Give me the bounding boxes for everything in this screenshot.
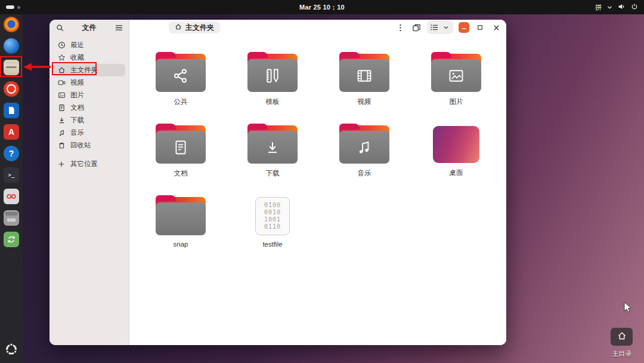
folder-icon — [431, 54, 481, 92]
home-icon — [175, 23, 182, 32]
file-item-music[interactable]: 音乐 — [318, 124, 410, 195]
letter-a-label: A — [8, 127, 14, 137]
view-toggle-group — [427, 21, 453, 34]
file-grid-area: 公共 模板 — [129, 34, 506, 345]
backup-app-icon[interactable] — [4, 232, 19, 247]
sidebar-item-label: 图片 — [70, 91, 84, 100]
system-tray[interactable]: 拼 — [595, 3, 638, 12]
sidebar-item-label: 下载 — [70, 116, 84, 125]
desktop-home-label: 主目录 — [603, 349, 640, 358]
file-item-documents[interactable]: 文档 — [135, 124, 227, 195]
sidebar-item-label: 收藏 — [70, 53, 84, 62]
desktop-home-shortcut[interactable] — [611, 328, 633, 346]
thunderbird-icon[interactable] — [4, 38, 19, 54]
file-item-testfile[interactable]: 0100 0010 1001 0110 testfile — [227, 195, 318, 267]
sidebar-item-documents[interactable]: 文档 — [53, 101, 125, 114]
home-icon — [617, 331, 627, 343]
desktop: { "topbar": { "clock": "Mar 25 10：10", "… — [0, 0, 644, 363]
minimize-button[interactable] — [459, 22, 469, 33]
files-window: 文件 最近 收藏 主文件夹 视频 图片 — [49, 20, 506, 345]
annotation-arrow — [23, 61, 51, 75]
annotation-box-sidebar-home — [52, 62, 97, 75]
terminal-prompt-glyph: >_ — [8, 172, 15, 178]
help-icon[interactable]: ? — [4, 146, 19, 161]
rhythmbox-icon[interactable] — [4, 81, 19, 97]
mouse-cursor — [624, 302, 632, 315]
workspace-pill-icon — [6, 5, 14, 9]
workspace-dot-icon — [17, 6, 20, 9]
sidebar-item-label: 最近 — [70, 41, 84, 50]
letter-a-app-icon[interactable]: A — [4, 124, 19, 140]
binary-file-icon: 0100 0010 1001 0110 — [255, 197, 290, 235]
document-icon — [57, 104, 66, 112]
sidebar-item-pictures[interactable]: 图片 — [53, 89, 125, 101]
file-item-public[interactable]: 公共 — [135, 52, 227, 124]
breadcrumb[interactable]: 主文件夹 — [169, 21, 220, 33]
file-item-videos[interactable]: 视频 — [318, 52, 410, 124]
ssd-drive-icon[interactable]: SSD — [4, 210, 19, 226]
header-actions — [395, 21, 501, 34]
tabs-icon[interactable] — [411, 22, 422, 33]
ssd-label: SSD — [7, 218, 16, 222]
template-emblem-icon — [247, 59, 298, 92]
sidebar-item-trash[interactable]: 回收站 — [53, 139, 125, 152]
file-label: 音乐 — [358, 169, 371, 178]
clock[interactable]: Mar 25 10：10 — [299, 3, 345, 12]
breadcrumb-label: 主文件夹 — [185, 23, 214, 33]
music-icon — [57, 129, 66, 137]
help-glyph: ? — [9, 149, 14, 158]
viewer-app-icon[interactable] — [4, 189, 19, 204]
main-pane: 主文件夹 — [129, 20, 506, 345]
share-emblem-icon — [156, 59, 206, 92]
ime-indicator[interactable]: 拼 — [595, 3, 602, 12]
top-bar: Mar 25 10：10 拼 — [0, 0, 644, 14]
caret-down-icon — [607, 4, 612, 11]
show-apps-icon[interactable] — [4, 342, 19, 357]
download-icon — [57, 116, 66, 124]
sidebar-item-label: 其它位置 — [70, 159, 98, 168]
folder-icon — [247, 125, 298, 164]
header-bar: 主文件夹 — [129, 20, 506, 34]
file-label: 下载 — [266, 169, 280, 178]
sidebar-item-label: 文档 — [70, 103, 84, 112]
folder-icon — [156, 197, 206, 235]
sidebar-item-label: 回收站 — [70, 141, 91, 150]
terminal-icon[interactable]: >_ — [4, 167, 19, 183]
file-label: 视频 — [358, 97, 371, 106]
list-view-icon[interactable] — [429, 22, 439, 33]
file-item-pictures[interactable]: 图片 — [410, 52, 502, 124]
file-item-downloads[interactable]: 下载 — [227, 124, 318, 195]
folder-icon — [339, 125, 389, 164]
libreoffice-writer-icon[interactable] — [4, 103, 19, 118]
folder-icon — [339, 54, 389, 92]
window-title: 文件 — [65, 23, 113, 33]
sidebar-item-music[interactable]: 音乐 — [53, 127, 125, 139]
sidebar-item-other-locations[interactable]: 其它位置 — [53, 158, 125, 170]
annotation-box-dock-files — [0, 56, 22, 77]
folder-icon — [247, 54, 298, 92]
file-label: 模板 — [266, 97, 280, 106]
volume-icon[interactable] — [618, 3, 626, 11]
hamburger-menu-icon[interactable] — [113, 22, 124, 33]
file-item-desktop[interactable]: 桌面 — [410, 124, 502, 195]
firefox-icon[interactable] — [4, 17, 19, 32]
sidebar-header: 文件 — [49, 20, 129, 34]
sidebar-item-recent[interactable]: 最近 — [53, 39, 125, 51]
sidebar-item-label: 视频 — [70, 78, 84, 87]
sidebar-item-label: 音乐 — [70, 128, 84, 137]
close-button[interactable] — [491, 22, 501, 33]
sidebar-list: 最近 收藏 主文件夹 视频 图片 文档 — [49, 34, 129, 170]
file-item-snap[interactable]: snap — [135, 195, 227, 267]
kebab-menu-icon[interactable] — [395, 22, 405, 33]
chevron-down-icon[interactable] — [441, 22, 451, 33]
file-item-templates[interactable]: 模板 — [227, 52, 318, 124]
search-icon[interactable] — [54, 22, 65, 33]
film-emblem-icon — [339, 59, 389, 92]
file-label: 图片 — [450, 97, 463, 106]
sidebar-item-downloads[interactable]: 下载 — [53, 114, 125, 127]
power-icon[interactable] — [631, 3, 638, 11]
sidebar-item-videos[interactable]: 视频 — [53, 76, 125, 89]
maximize-button[interactable] — [475, 22, 485, 33]
workspace-indicator — [6, 5, 42, 9]
file-grid: 公共 模板 — [135, 52, 506, 267]
